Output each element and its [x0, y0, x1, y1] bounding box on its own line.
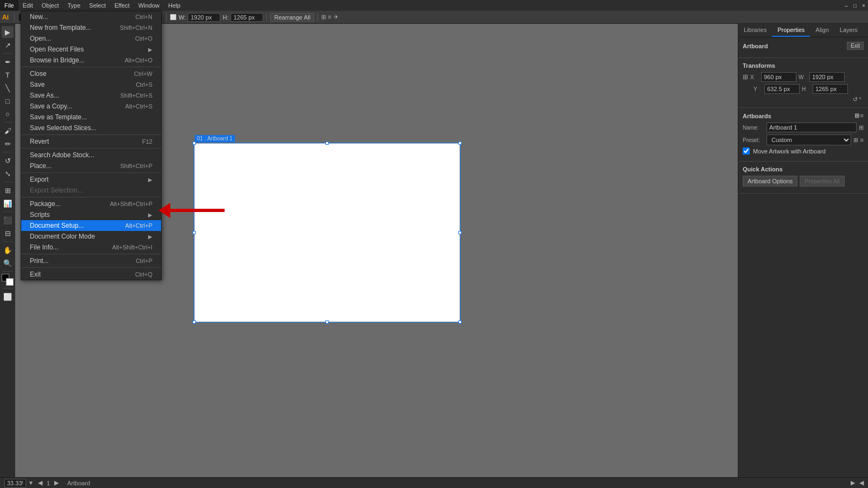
rotation-row: ↺ ° — [743, 96, 864, 103]
page-nav-prev[interactable]: ◀ — [38, 479, 42, 486]
tab-layers[interactable]: Layers — [834, 24, 863, 37]
handle-bm[interactable] — [326, 320, 329, 324]
menu-item-save[interactable]: SaveCtrl+S — [21, 79, 161, 90]
handle-mr[interactable] — [458, 231, 462, 234]
menu-item-document-setup---[interactable]: Document Setup...Alt+Ctrl+P — [21, 220, 161, 231]
maximize-button[interactable]: □ — [851, 0, 859, 11]
slice-tool[interactable]: ⊟ — [2, 227, 14, 239]
type-tool[interactable]: T — [2, 69, 14, 81]
move-artwork-checkbox[interactable] — [743, 147, 750, 155]
preset-icon1[interactable]: ⊞ — [853, 137, 858, 144]
h-input[interactable] — [231, 13, 263, 22]
rect-tool[interactable]: □ — [2, 95, 14, 107]
transforms-title: Transforms — [743, 62, 864, 69]
menu-file[interactable]: File — [0, 0, 18, 11]
h-transform-input[interactable] — [813, 84, 848, 94]
fill-stroke-control[interactable] — [2, 274, 14, 286]
artboard-name-icon[interactable]: ⊞ — [859, 124, 864, 131]
artboards-icon2[interactable]: ≡ — [860, 112, 864, 119]
menu-item-exit[interactable]: ExitCtrl+Q — [21, 269, 161, 280]
handle-br[interactable] — [458, 320, 462, 324]
close-button[interactable]: × — [859, 0, 868, 11]
tab-align[interactable]: Align — [810, 24, 834, 37]
zoom-arrow[interactable]: ▼ — [28, 480, 34, 486]
menu-item-label: Scripts — [30, 211, 50, 219]
menu-item-revert[interactable]: RevertF12 — [21, 136, 161, 147]
hand-tool[interactable]: ✋ — [2, 244, 14, 256]
pen-tool[interactable]: ✒ — [2, 56, 14, 68]
menu-edit[interactable]: Edit — [18, 0, 37, 11]
menu-item-label: Export — [30, 176, 49, 183]
line-tool[interactable]: ╲ — [2, 82, 14, 94]
exit-button[interactable]: Exit — [847, 42, 864, 50]
handle-tr[interactable] — [458, 142, 462, 145]
menu-shortcut: Alt+Ctrl+O — [125, 57, 152, 63]
menu-item-file-info---[interactable]: File Info...Alt+Shift+Ctrl+I — [21, 242, 161, 253]
zoom-input[interactable] — [4, 479, 26, 487]
h-label: H: — [222, 14, 228, 21]
change-screen-mode[interactable]: ⬜ — [2, 291, 14, 303]
status-bar: ▼ ◀ 1 ▶ Artboard ▶ ◀ — [0, 477, 868, 488]
file-menu-dropdown: New...Ctrl+NNew from Template...Shift+Ct… — [21, 11, 162, 280]
minimize-button[interactable]: – — [842, 0, 851, 11]
zoom-control: ▼ — [4, 479, 34, 487]
handle-bl[interactable] — [193, 320, 196, 324]
menu-item-place---[interactable]: Place...Shift+Ctrl+P — [21, 160, 161, 171]
w-transform-input[interactable] — [809, 72, 845, 82]
scale-tool[interactable]: ⤡ — [2, 168, 14, 179]
ellipse-tool[interactable]: ○ — [2, 108, 14, 120]
w-input[interactable] — [188, 13, 220, 22]
symbol-tool[interactable]: ⊞ — [2, 184, 14, 196]
direct-select-tool[interactable]: ↗ — [2, 39, 14, 51]
select-tool[interactable]: ▶ — [2, 26, 14, 38]
menu-item-package---[interactable]: Package...Alt+Shift+Ctrl+P — [21, 198, 161, 209]
menu-effect[interactable]: Effect — [110, 0, 134, 11]
status-expand[interactable]: ▶ — [851, 479, 855, 486]
menu-item-save-a-copy---[interactable]: Save a Copy...Alt+Ctrl+S — [21, 101, 161, 112]
transform-lock-icon[interactable]: ⊞ — [743, 73, 748, 81]
rearrange-all-button[interactable]: Rearrange All — [270, 13, 314, 22]
menu-select[interactable]: Select — [85, 0, 110, 11]
menu-item-print---[interactable]: Print...Ctrl+P — [21, 255, 161, 266]
artboards-icon1[interactable]: ⊞ — [854, 112, 859, 119]
y-transform-input[interactable] — [764, 84, 800, 94]
pencil-tool[interactable]: ✏ — [2, 138, 14, 150]
menu-type[interactable]: Type — [63, 0, 85, 11]
menu-item-close[interactable]: CloseCtrl+W — [21, 68, 161, 79]
menu-item-scripts[interactable]: Scripts▶ — [21, 209, 161, 220]
column-graph-tool[interactable]: 📊 — [2, 197, 14, 209]
w-label: W: — [178, 14, 186, 21]
menu-item-browse-in-bridge---[interactable]: Browse in Bridge...Alt+Ctrl+O — [21, 55, 161, 66]
menu-item-export[interactable]: Export▶ — [21, 174, 161, 185]
menu-help[interactable]: Help — [164, 0, 185, 11]
status-collapse[interactable]: ◀ — [859, 479, 864, 486]
handle-tl[interactable] — [193, 142, 196, 145]
menu-item-open---[interactable]: Open...Ctrl+O — [21, 33, 161, 44]
tab-properties[interactable]: Properties — [772, 24, 810, 37]
menu-shortcut: Alt+Ctrl+P — [125, 222, 152, 229]
artboard-tool[interactable]: ⬛ — [2, 214, 14, 226]
zoom-tool[interactable]: 🔍 — [2, 257, 14, 269]
menu-item-new-from-template---[interactable]: New from Template...Shift+Ctrl+N — [21, 22, 161, 33]
handle-tm[interactable] — [326, 142, 329, 145]
handle-ml[interactable] — [193, 231, 196, 234]
menu-item-document-color-mode[interactable]: Document Color Mode▶ — [21, 231, 161, 242]
artboard-name-input[interactable] — [767, 123, 857, 132]
paintbrush-tool[interactable]: 🖌 — [2, 125, 14, 137]
menu-item-save-selected-slices---[interactable]: Save Selected Slices... — [21, 123, 161, 133]
menu-item-save-as-template---[interactable]: Save as Template... — [21, 112, 161, 123]
artboard-options-button[interactable]: Artboard Options — [743, 176, 797, 187]
menu-item-save-as---[interactable]: Save As...Shift+Ctrl+S — [21, 90, 161, 101]
x-transform-input[interactable] — [761, 72, 796, 82]
rotate-tool[interactable]: ↺ — [2, 155, 14, 166]
menu-window[interactable]: Window — [134, 0, 164, 11]
preset-icon2[interactable]: ≡ — [860, 137, 864, 143]
menu-item-new---[interactable]: New...Ctrl+N — [21, 11, 161, 22]
preset-select[interactable]: Custom — [767, 134, 851, 145]
menu-item-open-recent-files[interactable]: Open Recent Files▶ — [21, 44, 161, 55]
tab-libraries[interactable]: Libraries — [738, 24, 772, 37]
page-nav-next[interactable]: ▶ — [54, 479, 59, 486]
properties-all-button[interactable]: Properties All — [800, 176, 845, 187]
menu-object[interactable]: Object — [37, 0, 63, 11]
menu-item-search-adobe-stock---[interactable]: Search Adobe Stock... — [21, 150, 161, 160]
